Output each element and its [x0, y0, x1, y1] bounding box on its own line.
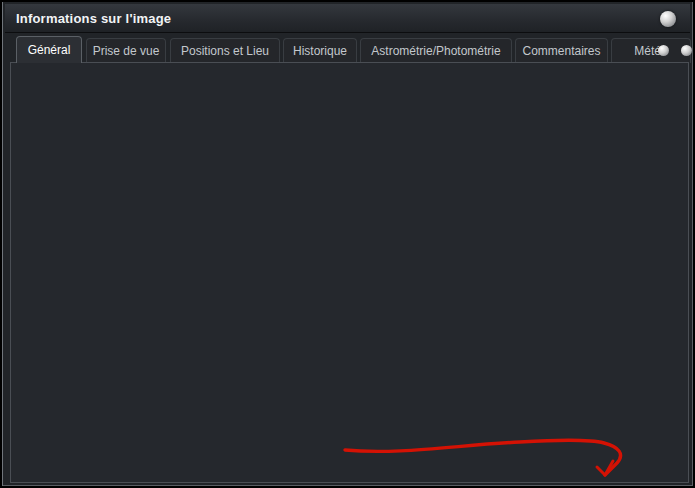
tab-historique[interactable]: Historique: [283, 38, 357, 63]
tab-strip: Général Prise de vue Positions et Lieu H…: [2, 36, 695, 63]
tab-page-general: [10, 62, 689, 483]
tab-scroll-right-button[interactable]: [681, 45, 692, 56]
tab-meteo[interactable]: Météo: [611, 38, 691, 63]
tab-positions-et-lieu-label: Positions et Lieu: [181, 44, 269, 58]
tab-positions-et-lieu[interactable]: Positions et Lieu: [170, 38, 280, 63]
tab-general[interactable]: Général: [16, 36, 82, 63]
tab-commentaires-label: Commentaires: [522, 44, 600, 58]
window-title: Informations sur l'image: [16, 11, 171, 26]
tab-commentaires[interactable]: Commentaires: [515, 38, 608, 63]
tab-astrometrie-photometrie-label: Astrométrie/Photométrie: [371, 44, 500, 58]
close-button[interactable]: [660, 11, 676, 27]
tab-prise-de-vue-label: Prise de vue: [93, 44, 160, 58]
tab-historique-label: Historique: [293, 44, 347, 58]
tab-scroll-left-button[interactable]: [658, 45, 669, 56]
tab-astrometrie-photometrie[interactable]: Astrométrie/Photométrie: [360, 38, 512, 63]
image-information-dialog: Informations sur l'image Général Prise d…: [0, 0, 695, 488]
title-bar[interactable]: Informations sur l'image: [5, 4, 690, 33]
tab-prise-de-vue[interactable]: Prise de vue: [86, 38, 166, 63]
tab-general-label: Général: [28, 43, 71, 57]
